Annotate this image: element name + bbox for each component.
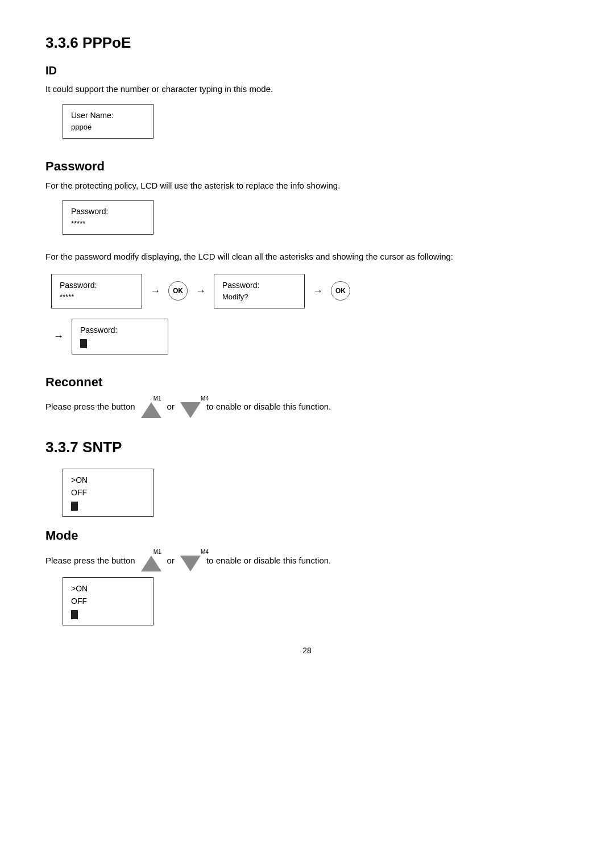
id-heading: ID (45, 64, 569, 77)
mode-cursor (71, 608, 145, 620)
arrow4: → (53, 331, 64, 343)
m1-label: M1 (154, 395, 161, 402)
mode-row: Please press the button M1 or M4 to enab… (45, 549, 569, 571)
mode-triangle-up-icon (141, 556, 161, 571)
password-lcd1-section: Password: ***** (63, 200, 569, 235)
id-lcd-box: User Name: pppoe (63, 104, 154, 139)
password-section: Password For the protecting policy, LCD … (45, 159, 569, 354)
password-seq-box3: Password: (72, 319, 168, 354)
password-seq-box2: Password: Modify? (214, 274, 305, 308)
section-sntp: 3.3.7 SNTP >ON OFF Mode Please press the… (45, 439, 569, 655)
or-label-2: or (167, 556, 175, 565)
m4-label: M4 (201, 395, 209, 402)
sntp-lcd-box: >ON OFF (63, 469, 154, 517)
reconnet-row: Please press the button M1 or M4 to enab… (45, 395, 569, 418)
password-lcd1-value: ***** (71, 218, 145, 230)
sntp-line2: OFF (71, 486, 145, 499)
seq1-label: Password: (60, 279, 134, 291)
sntp-cursor-block (71, 502, 78, 511)
seq2-value: Modify? (222, 291, 296, 303)
password-seq-box1: Password: ***** (51, 274, 142, 308)
reconnet-heading: Reconnet (45, 375, 569, 390)
seq3-label: Password: (80, 324, 160, 336)
arrow3: → (313, 285, 323, 297)
password-cursor-row: → Password: (51, 319, 569, 354)
reconnet-section: Reconnet Please press the button M1 or M… (45, 375, 569, 418)
m4-button[interactable]: M4 (180, 395, 201, 418)
arrow1: → (150, 285, 160, 297)
mode-m1-button[interactable]: M1 (141, 549, 161, 571)
mode-cursor-block (71, 610, 78, 619)
mode-heading: Mode (45, 528, 569, 543)
mode-desc-suffix: to enable or disable this function. (206, 556, 331, 565)
sntp-line1: >ON (71, 474, 145, 486)
password-desc1: For the protecting policy, LCD will use … (45, 180, 569, 193)
ok-button-1[interactable]: OK (168, 281, 188, 301)
id-lcd-value: pppoe (71, 122, 145, 133)
mode-desc-prefix: Please press the button (45, 556, 135, 565)
id-desc: It could support the number or character… (45, 83, 569, 96)
arrow2: → (196, 285, 206, 297)
mode-lcd-box: >ON OFF (63, 577, 154, 625)
mode-triangle-down-icon (180, 556, 201, 571)
section-pppoe: 3.3.6 PPPoE ID It could support the numb… (45, 34, 569, 418)
mode-m4-label: M4 (201, 549, 209, 555)
seq2-label: Password: (222, 279, 296, 291)
ok-label-1: OK (173, 287, 183, 295)
ok-label-2: OK (335, 287, 346, 295)
password-lcd1-box: Password: ***** (63, 200, 154, 235)
sntp-lcd-section: >ON OFF (63, 469, 569, 517)
mode-section: Mode Please press the button M1 or M4 to… (45, 528, 569, 625)
mode-lcd-section: >ON OFF (63, 577, 569, 625)
ok-button-2[interactable]: OK (331, 281, 350, 301)
password-lcd1-label: Password: (71, 205, 145, 218)
seq3-cursor (80, 336, 160, 349)
section-337-title: 3.3.7 SNTP (45, 439, 569, 456)
seq1-value: ***** (60, 291, 134, 303)
password-desc2: For the password modify displaying, the … (45, 251, 569, 264)
id-section: ID It could support the number or charac… (45, 64, 569, 139)
password-sequence-row: Password: ***** → OK → Password: Modify?… (51, 274, 569, 308)
m1-button[interactable]: M1 (141, 395, 161, 418)
reconnet-desc-prefix: Please press the button (45, 402, 135, 411)
id-lcd-label: User Name: (71, 109, 145, 122)
reconnet-desc-suffix: to enable or disable this function. (206, 402, 331, 411)
sntp-cursor (71, 499, 145, 512)
page-number: 28 (45, 646, 569, 655)
triangle-down-icon (180, 402, 201, 418)
or-label-1: or (167, 402, 175, 411)
section-title: 3.3.6 PPPoE (45, 34, 569, 52)
id-lcd-box-section: User Name: pppoe (63, 104, 569, 139)
password-heading: Password (45, 159, 569, 174)
cursor-block (80, 339, 87, 348)
mode-line1: >ON (71, 582, 145, 595)
triangle-up-icon (141, 402, 161, 418)
mode-m4-button[interactable]: M4 (180, 549, 201, 571)
mode-m1-label: M1 (154, 549, 161, 555)
mode-line2: OFF (71, 595, 145, 607)
